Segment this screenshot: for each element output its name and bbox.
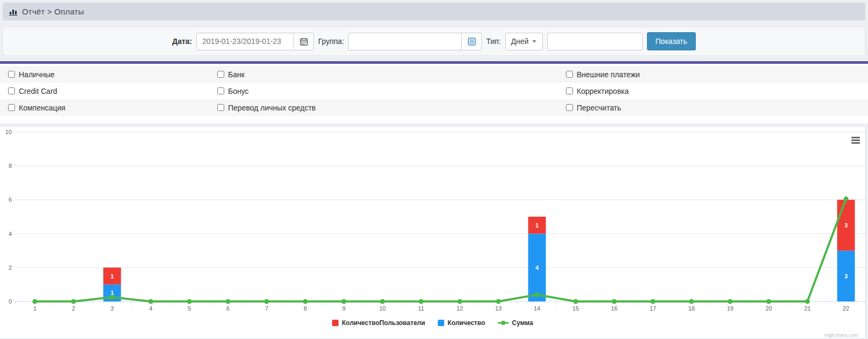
line-marker[interactable] bbox=[110, 295, 115, 300]
line-marker[interactable] bbox=[187, 299, 192, 304]
type-label: Тип: bbox=[486, 37, 501, 46]
x-axis-label: 16 bbox=[611, 305, 617, 312]
filter-panel: Дата: Группа: Тип: Д bbox=[3, 27, 865, 56]
group-label: Группа: bbox=[318, 37, 344, 46]
checkbox-adjustment-input[interactable] bbox=[566, 87, 573, 94]
x-axis-label: 6 bbox=[226, 305, 230, 312]
checkbox-compensation-input[interactable] bbox=[8, 104, 15, 111]
legend-item-users-count[interactable]: КоличествоПользователи bbox=[332, 319, 425, 327]
checkbox-compensation[interactable]: Компенсация bbox=[8, 104, 217, 112]
x-axis-label: 7 bbox=[265, 305, 268, 312]
payment-types-row: Credit Card Бонус Корректировка bbox=[0, 83, 868, 99]
line-marker[interactable] bbox=[767, 299, 771, 304]
legend-item-count[interactable]: Количество bbox=[438, 319, 485, 327]
line-marker[interactable] bbox=[264, 299, 269, 304]
x-axis-label: 15 bbox=[572, 305, 579, 312]
checkbox-label: Перевод личных средств bbox=[228, 104, 316, 112]
x-axis-label: 17 bbox=[650, 305, 656, 312]
x-axis-label: 4 bbox=[149, 305, 152, 312]
x-axis-label: 10 bbox=[379, 305, 386, 312]
y-axis-label: 0 bbox=[9, 298, 12, 305]
payments-chart: 0246810123456789101112131415161718192021… bbox=[0, 126, 866, 338]
legend-label: Количество bbox=[447, 319, 485, 327]
show-button[interactable]: Показать bbox=[647, 32, 696, 50]
payment-types-panel: Наличные Банк Внешние платежи Credit Car… bbox=[0, 64, 868, 123]
line-marker[interactable] bbox=[303, 299, 308, 304]
y-axis-label: 2 bbox=[9, 264, 12, 271]
y-axis-label: 10 bbox=[5, 129, 12, 135]
group-input[interactable] bbox=[348, 33, 462, 50]
checkbox-label: Компенсация bbox=[19, 104, 65, 112]
line-marker[interactable] bbox=[380, 299, 385, 304]
checkbox-bonus[interactable]: Бонус bbox=[217, 87, 566, 95]
line-marker[interactable] bbox=[573, 299, 578, 304]
bar-value-label: 3 bbox=[844, 273, 848, 279]
checkbox-label: Наличные bbox=[19, 70, 55, 79]
line-marker[interactable] bbox=[612, 299, 617, 304]
bar-value-label: 1 bbox=[535, 222, 539, 229]
chart-menu-icon[interactable] bbox=[851, 137, 860, 145]
checkbox-credit-card[interactable]: Credit Card bbox=[8, 87, 217, 95]
bar-value-label: 4 bbox=[535, 264, 539, 271]
checkbox-cash-input[interactable] bbox=[8, 71, 15, 78]
line-marker[interactable] bbox=[651, 299, 656, 304]
line-marker[interactable] bbox=[419, 299, 424, 304]
chevron-down-icon bbox=[532, 40, 536, 43]
type-select[interactable]: Дней bbox=[505, 33, 543, 50]
legend-label: Сумма bbox=[512, 319, 533, 327]
line-marker[interactable] bbox=[805, 299, 810, 304]
x-axis-label: 22 bbox=[843, 305, 849, 312]
x-axis-label: 21 bbox=[804, 305, 811, 312]
type-select-value: Дней bbox=[511, 37, 529, 46]
checkbox-label: Credit Card bbox=[19, 87, 57, 95]
x-axis-label: 13 bbox=[495, 305, 502, 312]
checkbox-adjustment[interactable]: Корректировка bbox=[566, 87, 868, 95]
checkbox-external-payments[interactable]: Внешние платежи bbox=[566, 70, 868, 79]
checkbox-label: Внешние платежи bbox=[577, 70, 640, 79]
bar-chart-icon bbox=[9, 8, 18, 16]
legend-item-sum[interactable]: Сумма bbox=[498, 319, 533, 327]
x-axis-label: 3 bbox=[111, 305, 114, 312]
line-marker[interactable] bbox=[458, 299, 462, 304]
checkbox-label: Пересчитать bbox=[577, 104, 621, 112]
checkbox-recalculate-input[interactable] bbox=[566, 104, 573, 111]
bar-value-label: 3 bbox=[844, 222, 848, 229]
line-marker[interactable] bbox=[342, 299, 347, 304]
line-marker[interactable] bbox=[226, 299, 231, 304]
y-axis-label: 6 bbox=[9, 196, 12, 203]
x-axis-label: 1 bbox=[33, 305, 36, 312]
checkbox-personal-funds-transfer-input[interactable] bbox=[217, 104, 224, 111]
line-marker[interactable] bbox=[149, 299, 153, 304]
x-axis-label: 5 bbox=[188, 305, 191, 312]
line-marker[interactable] bbox=[496, 299, 501, 304]
x-axis-label: 18 bbox=[688, 305, 695, 312]
checkbox-recalculate[interactable]: Пересчитать bbox=[566, 104, 868, 112]
breadcrumb: Отчёт > Оплаты bbox=[22, 7, 84, 16]
x-axis-label: 11 bbox=[418, 305, 424, 312]
checkbox-external-payments-input[interactable] bbox=[566, 71, 573, 78]
line-marker[interactable] bbox=[33, 299, 38, 304]
chart-plot-area: 0246810123456789101112131415161718192021… bbox=[0, 127, 868, 339]
line-marker[interactable] bbox=[535, 292, 540, 297]
list-picker-icon[interactable] bbox=[462, 33, 482, 50]
line-marker[interactable] bbox=[844, 196, 849, 201]
line-marker[interactable] bbox=[728, 299, 733, 304]
calendar-icon[interactable] bbox=[294, 33, 314, 50]
bar-value-label: 1 bbox=[111, 273, 114, 279]
y-axis-label: 4 bbox=[9, 231, 12, 237]
checkbox-personal-funds-transfer[interactable]: Перевод личных средств bbox=[217, 104, 566, 112]
breadcrumb-bar: Отчёт > Оплаты bbox=[3, 3, 865, 20]
checkbox-bank-input[interactable] bbox=[217, 71, 224, 78]
line-marker[interactable] bbox=[71, 299, 76, 304]
line-marker[interactable] bbox=[689, 299, 694, 304]
checkbox-label: Корректировка bbox=[577, 87, 629, 95]
y-axis-label: 8 bbox=[9, 163, 12, 169]
checkbox-cash[interactable]: Наличные bbox=[8, 70, 217, 79]
date-range-input[interactable] bbox=[196, 33, 294, 50]
extra-filter-input[interactable] bbox=[547, 33, 643, 50]
checkbox-credit-card-input[interactable] bbox=[8, 87, 15, 94]
checkbox-bank[interactable]: Банк bbox=[217, 70, 566, 79]
checkbox-bonus-input[interactable] bbox=[217, 87, 224, 94]
date-label: Дата: bbox=[172, 37, 192, 46]
x-axis-label: 2 bbox=[72, 305, 75, 312]
